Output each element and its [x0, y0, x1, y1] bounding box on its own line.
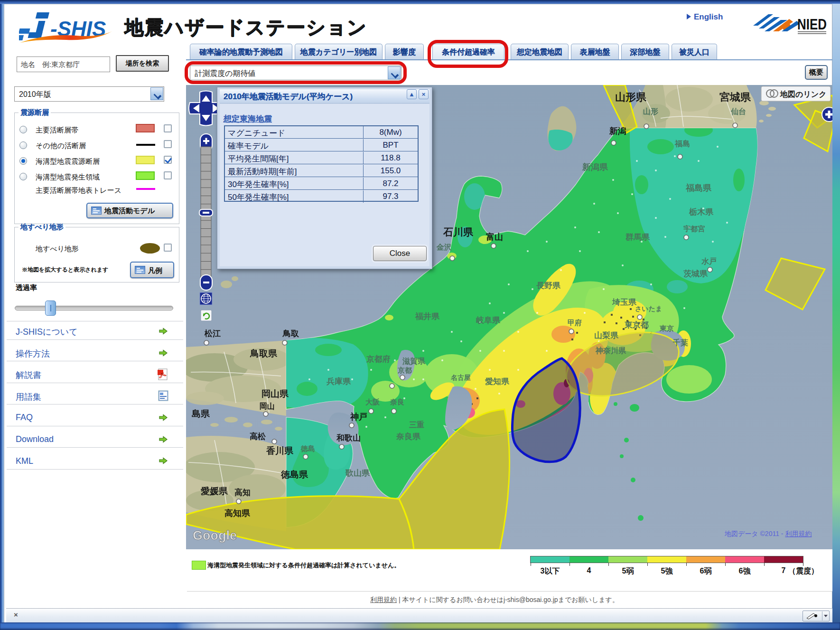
svg-text:京都: 京都 — [397, 366, 412, 374]
svg-text:岐阜県: 岐阜県 — [476, 316, 501, 325]
svg-text:長野県: 長野県 — [536, 281, 561, 290]
svg-text:NIED: NIED — [797, 16, 827, 33]
svg-text:宇都宮: 宇都宮 — [683, 225, 705, 233]
svg-text:京都府: 京都府 — [366, 355, 391, 364]
svg-text:金沢: 金沢 — [436, 243, 452, 251]
svg-text:石川県: 石川県 — [443, 226, 474, 237]
svg-text:鳥取: 鳥取 — [282, 329, 299, 338]
svg-text:茨城県: 茨城県 — [683, 269, 708, 278]
svg-text:神奈川県: 神奈川県 — [595, 347, 626, 355]
svg-text:新潟県: 新潟県 — [582, 162, 608, 172]
svg-text:福島県: 福島県 — [685, 183, 712, 193]
svg-text:新潟: 新潟 — [609, 126, 626, 136]
svg-text:徳島: 徳島 — [300, 444, 315, 452]
svg-text:島県: 島県 — [192, 409, 210, 419]
svg-text:高松: 高松 — [250, 432, 266, 441]
svg-text:名古屋: 名古屋 — [450, 374, 471, 381]
svg-text:さいたま: さいたま — [635, 305, 662, 312]
svg-text:神戸: 神戸 — [350, 412, 367, 422]
svg-text:埼玉県: 埼玉県 — [612, 298, 637, 307]
svg-text:滋賀県: 滋賀県 — [402, 357, 426, 366]
svg-text:兵庫県: 兵庫県 — [326, 377, 351, 386]
svg-text:徳島県: 徳島県 — [280, 470, 308, 480]
svg-text:東京: 東京 — [659, 324, 674, 332]
svg-text:群馬県: 群馬県 — [625, 233, 650, 242]
svg-text:東京都: 東京都 — [624, 320, 649, 329]
svg-text:栃木県: 栃木県 — [689, 207, 714, 216]
svg-text:香川県: 香川県 — [266, 446, 294, 456]
svg-text:福井県: 福井県 — [415, 312, 440, 321]
svg-text:岡山: 岡山 — [260, 402, 275, 410]
svg-text:歌山県: 歌山県 — [345, 469, 370, 478]
svg-text:山梨県: 山梨県 — [594, 331, 619, 340]
svg-text:富山: 富山 — [486, 232, 503, 242]
svg-text:和歌山: 和歌山 — [336, 433, 361, 442]
svg-text:奈良: 奈良 — [390, 398, 404, 406]
svg-text:福島: 福島 — [674, 140, 690, 148]
svg-text:甲府: 甲府 — [568, 319, 582, 327]
svg-text:仙台: 仙台 — [730, 107, 746, 115]
svg-text:愛知県: 愛知県 — [485, 377, 510, 386]
svg-text:高知県: 高知県 — [224, 508, 251, 518]
svg-text:山形: 山形 — [643, 107, 659, 115]
svg-text:岡山県: 岡山県 — [261, 389, 289, 399]
svg-text:愛媛県: 愛媛県 — [201, 486, 228, 496]
svg-text:山形県: 山形県 — [615, 91, 647, 103]
svg-text:地図のリンク: 地図のリンク — [780, 90, 827, 98]
svg-text:Google: Google — [193, 528, 237, 543]
svg-text:鳥取県: 鳥取県 — [250, 348, 278, 358]
svg-text:三重: 三重 — [409, 420, 424, 429]
svg-text:高知: 高知 — [234, 488, 251, 497]
svg-text:松江: 松江 — [204, 329, 221, 338]
svg-text:水戸: 水戸 — [701, 257, 717, 265]
svg-text:地図データ ©2011 - 利用規約: 地図データ ©2011 - 利用規約 — [724, 530, 812, 537]
svg-text:宮城県: 宮城県 — [719, 91, 751, 103]
svg-text:千葉: 千葉 — [672, 339, 688, 347]
svg-text:奈良県: 奈良県 — [396, 432, 421, 441]
svg-text:大阪: 大阪 — [365, 398, 380, 406]
